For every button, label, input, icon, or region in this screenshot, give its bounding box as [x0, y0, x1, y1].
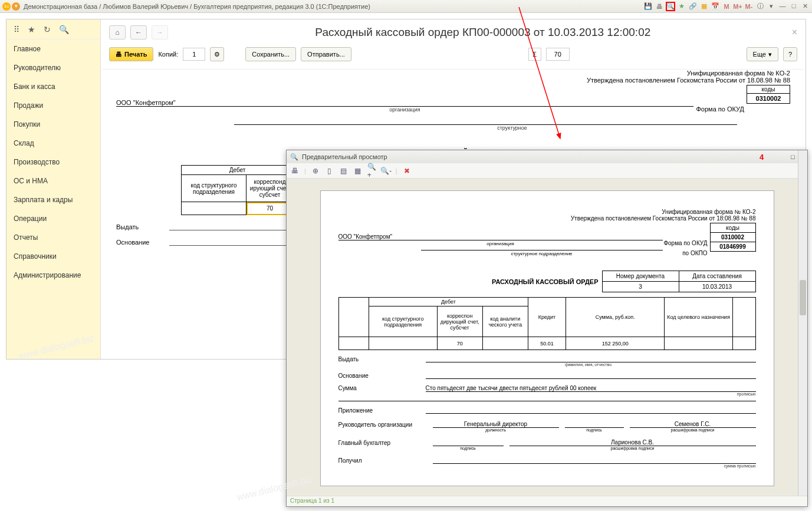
sidebar-item-os-nma[interactable]: ОС и НМА: [6, 172, 100, 190]
pw-org-sub: организация: [338, 241, 663, 246]
sidebar-item-main[interactable]: Главное: [6, 39, 100, 58]
page-title: Расходный кассовый ордер КП00-000003 от …: [179, 26, 787, 39]
app-logo-icon: 1c: [2, 2, 11, 11]
preview-magnifier-icon: 🔍: [290, 153, 298, 161]
settings-button[interactable]: ⚙: [210, 47, 224, 61]
pw-col-anal: код аналити ческого учета: [482, 306, 528, 337]
pw-okud: 0310002: [711, 233, 755, 242]
dropdown2-icon[interactable]: ▾: [767, 2, 776, 11]
dropdown-icon[interactable]: ▾: [12, 2, 20, 11]
pw-vydat-lbl: Выдать: [338, 356, 421, 362]
toolbar: 🖶 Печать Копий: 1 ⚙ Сохранить... Отправи…: [101, 45, 806, 63]
pw-zoomout-icon[interactable]: 🔍-: [382, 166, 391, 176]
minimize-button[interactable]: —: [778, 2, 787, 11]
pw-date: 10.03.2013: [679, 282, 755, 292]
pw-num-hdr: Номер документа: [602, 271, 679, 282]
print-icon[interactable]: 🖶: [655, 2, 664, 11]
pw-fit-icon[interactable]: ⊕: [311, 166, 320, 176]
m-button[interactable]: M: [722, 2, 731, 11]
preview-body[interactable]: Унифицированная форма № КО-2 Утверждена …: [287, 179, 807, 496]
pw-buh-lbl: Главный бухгалтер: [338, 440, 427, 446]
pw-main-table: Дебет Кредит Сумма, руб.коп. Код целевог…: [338, 297, 756, 350]
sidebar-item-catalogs[interactable]: Справочники: [6, 247, 100, 266]
sidebar-item-warehouse[interactable]: Склад: [6, 134, 100, 153]
calc-icon[interactable]: ▦: [699, 2, 709, 11]
more-label: Еще: [753, 51, 766, 58]
pw-codes-hdr: коды: [711, 223, 755, 233]
pw-grid-icon[interactable]: ▦: [353, 166, 363, 176]
calendar-icon[interactable]: 📅: [711, 2, 720, 11]
maximize-button[interactable]: □: [789, 2, 798, 11]
send-button[interactable]: Отправить...: [301, 47, 351, 61]
pw-summa-txt: Сто пятьдесят две тысячи двести пятьдеся…: [426, 385, 756, 392]
pw-print-icon[interactable]: 🖶: [290, 166, 300, 176]
save-button[interactable]: Сохранить...: [245, 47, 296, 61]
titlebar: 1c ▾ Демонстрационная база / Любимов Вал…: [0, 0, 812, 13]
pw-col-korr: корреспон дирующий счет, субсчет: [437, 306, 482, 337]
org-name: ООО "Конфетпром": [116, 99, 693, 107]
pw-zoomin-icon[interactable]: 🔍+: [367, 166, 377, 176]
sidebar-item-production[interactable]: Производство: [6, 153, 100, 172]
search-icon[interactable]: 🔍: [59, 25, 69, 34]
okud-value: 0310002: [747, 94, 790, 103]
sidebar-item-reports[interactable]: Отчеты: [6, 228, 100, 247]
pw-rasshifr2: расшифровка подписи: [509, 446, 756, 450]
sidebar-item-operations[interactable]: Операции: [6, 209, 100, 228]
pw-kredit-hdr: Кредит: [528, 298, 566, 337]
save-icon[interactable]: 💾: [643, 2, 653, 11]
val-kod[interactable]: [182, 202, 246, 215]
m-minus-button[interactable]: M-: [744, 2, 754, 11]
pw-close-icon[interactable]: ✖: [402, 166, 412, 176]
history-icon[interactable]: ↻: [44, 25, 51, 34]
pw-summa-propis: сумма прописью: [338, 464, 756, 468]
pw-page-icon[interactable]: ▯: [325, 166, 334, 176]
link-icon[interactable]: 🔗: [688, 2, 698, 11]
info-icon[interactable]: ⓘ: [755, 2, 765, 11]
preview-window: 🔍 Предварительный просмотр 4 □ ✕ 🖶 | ⊕ ▯…: [286, 150, 808, 507]
favorite-icon[interactable]: ★: [28, 25, 35, 34]
pw-v-korr: 70: [437, 337, 482, 350]
preview-scrollbar[interactable]: [798, 150, 807, 496]
sidebar-item-manager[interactable]: Руководителю: [6, 58, 100, 77]
pw-v-kredit: 50.01: [528, 337, 566, 350]
pw-pages-icon[interactable]: ▤: [339, 166, 349, 176]
form-header-1: Унифицированная форма № КО-2: [116, 70, 790, 77]
forward-button[interactable]: →: [152, 25, 168, 39]
pw-podpis1: подпись: [565, 428, 624, 432]
more-button[interactable]: Еще ▾: [747, 47, 778, 61]
pw-summa-lbl: Сумма: [338, 385, 421, 392]
pw-dolzh: должность: [433, 428, 559, 432]
preview-maximize[interactable]: □: [791, 153, 795, 160]
home-button[interactable]: ⌂: [109, 25, 126, 39]
pw-ruk-lbl: Руководитель организации: [338, 421, 427, 428]
star-icon[interactable]: ★: [677, 2, 686, 11]
page-close-button[interactable]: ×: [792, 27, 797, 38]
print-preview-icon[interactable]: 🔍: [666, 2, 675, 11]
sidebar-item-bank[interactable]: Банк и касса: [6, 77, 100, 96]
sidebar-item-purchases[interactable]: Покупки: [6, 115, 100, 134]
annotation-4: 4: [760, 153, 764, 161]
preview-statusbar: Страница 1 из 1: [287, 496, 807, 506]
pw-podpis2: подпись: [433, 446, 504, 450]
preview-page: Унифицированная форма № КО-2 Утверждена …: [320, 190, 774, 486]
pw-debit: Дебет: [369, 298, 528, 306]
sidebar-item-sales[interactable]: Продажи: [6, 96, 100, 115]
print-button[interactable]: 🖶 Печать: [109, 47, 153, 61]
pw-date-hdr: Дата составления: [679, 271, 755, 282]
sidebar-item-admin[interactable]: Администрирование: [6, 266, 100, 285]
apps-icon[interactable]: ⠿: [14, 25, 19, 34]
pw-form2: Утверждена постановлением Госкомстата Ро…: [338, 215, 756, 222]
m-plus-button[interactable]: M+: [733, 2, 742, 11]
pw-osnov-lbl: Основание: [338, 372, 421, 379]
close-button[interactable]: ✕: [800, 2, 810, 11]
pw-rasshifr1: расшифровка подписи: [630, 428, 756, 432]
sigma-icon[interactable]: Σ: [528, 48, 541, 61]
sidebar-item-salary[interactable]: Зарплата и кадры: [6, 190, 100, 209]
pw-propis: прописью: [338, 392, 756, 396]
help-button[interactable]: ?: [783, 47, 797, 61]
pw-cel-hdr: Код целевого назначения: [665, 298, 733, 337]
window-title: Демонстрационная база / Любимов Валерий …: [24, 3, 643, 10]
back-button[interactable]: ←: [130, 25, 147, 39]
pw-okpo-lbl: по ОКПО: [663, 250, 710, 256]
copies-spinner[interactable]: 1: [183, 48, 205, 61]
